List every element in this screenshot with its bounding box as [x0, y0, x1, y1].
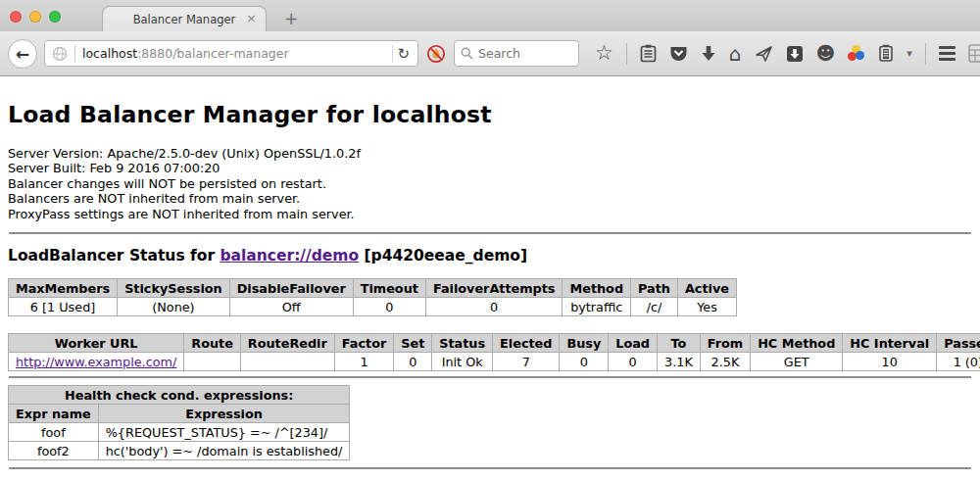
health-table-row: foof2 hc('body') =~ /domain is establish…	[9, 442, 350, 460]
cell-expression: hc('body') =~ /domain is established/	[98, 442, 350, 460]
new-tab-button[interactable]: +	[284, 6, 298, 31]
url-path: :8880/balancer-manager	[137, 46, 288, 61]
home-icon[interactable]: ⌂	[729, 44, 742, 64]
url-domain: localhost	[82, 46, 137, 61]
flash-blocked-icon[interactable]	[425, 43, 447, 65]
cell-active: Yes	[677, 298, 736, 316]
proxypass-notice-line: ProxyPass settings are NOT inherited fro…	[8, 207, 972, 221]
cell-failoverattempts: 0	[425, 298, 563, 316]
section-divider	[9, 376, 971, 378]
video-download-icon[interactable]	[786, 45, 804, 63]
balancer-table-header-row: MaxMembers StickySession DisableFailover…	[9, 279, 737, 298]
menu-icon[interactable]	[939, 44, 956, 63]
cell-expr-name: foof2	[9, 442, 99, 460]
cell-expr-name: foof	[9, 423, 99, 442]
cell-worker-url: http://www.example.com/	[9, 353, 184, 371]
cell-expression: %{REQUEST_STATUS} =~ /^[234]/	[98, 423, 350, 442]
inherit-notice-line: Balancers are NOT inherited from main se…	[8, 191, 972, 206]
downloads-icon[interactable]	[701, 45, 716, 63]
worker-url-link[interactable]: http://www.example.com/	[16, 355, 176, 369]
toolbar-icon-strip: ☆ ⌂ ☻ ▾	[595, 43, 980, 65]
cell-to: 3.1K	[658, 353, 701, 371]
health-table-row: foof %{REQUEST_STATUS} =~ /^[234]/	[9, 423, 350, 442]
col-set: Set	[394, 334, 432, 353]
col-elected: Elected	[493, 334, 560, 353]
search-box[interactable]	[454, 40, 579, 67]
col-disablefailover: DisableFailover	[229, 279, 353, 298]
col-routeredir: RouteRedir	[240, 334, 334, 353]
server-info: Server Version: Apache/2.5.0-dev (Unix) …	[8, 146, 972, 221]
worker-table: Worker URL Route RouteRedir Factor Set S…	[8, 333, 980, 371]
cell-maxmembers: 6 [1 Used]	[9, 298, 118, 316]
section-divider	[9, 467, 971, 469]
cell-passes: 1 (0)	[937, 353, 980, 371]
minimize-window-button[interactable]	[29, 11, 41, 23]
window-titlebar: Balancer Manager × +	[0, 0, 980, 31]
page-content: Load Balancer Manager for localhost Serv…	[0, 101, 980, 469]
reload-icon[interactable]: ↻	[392, 45, 414, 63]
cell-route	[184, 353, 241, 371]
col-worker-url: Worker URL	[9, 334, 184, 353]
cell-busy: 0	[560, 353, 609, 371]
url-bar[interactable]: localhost:8880/balancer-manager ↻	[44, 40, 418, 67]
tab-close-icon[interactable]: ×	[246, 11, 257, 25]
col-route: Route	[184, 334, 241, 353]
server-version-line: Server Version: Apache/2.5.0-dev (Unix) …	[8, 146, 972, 161]
cell-path: /c/	[631, 298, 678, 316]
col-status: Status	[432, 334, 493, 353]
col-busy: Busy	[560, 334, 609, 353]
window-controls	[10, 11, 61, 23]
col-hc-method: HC Method	[751, 334, 843, 353]
tab-title: Balancer Manager	[133, 13, 236, 26]
balancer-status-heading: LoadBalancer Status for balancer://demo …	[8, 247, 972, 265]
col-load: Load	[609, 334, 658, 353]
balancer-table-row: 6 [1 Used] (None) Off 0 0 bytraffic /c/ …	[9, 298, 737, 316]
cell-method: bytraffic	[563, 298, 631, 316]
balloons-icon[interactable]	[848, 45, 865, 63]
cell-elected: 7	[493, 353, 560, 371]
dropdown-caret-icon[interactable]: ▾	[906, 48, 912, 59]
col-timeout: Timeout	[353, 279, 425, 298]
health-table-title-row: Health check cond. expressions:	[9, 386, 350, 405]
cell-factor: 1	[334, 353, 393, 371]
col-path: Path	[631, 279, 678, 298]
col-passes: Passes	[937, 334, 980, 353]
cell-hc-method: GET	[751, 353, 843, 371]
zoom-window-button[interactable]	[49, 11, 61, 23]
balancer-table: MaxMembers StickySession DisableFailover…	[8, 278, 737, 316]
balancer-demo-link[interactable]: balancer://demo	[220, 247, 359, 265]
col-factor: Factor	[334, 334, 393, 353]
server-built-line: Server Built: Feb 9 2016 07:00:20	[8, 161, 972, 175]
extension-icon[interactable]	[878, 44, 894, 63]
clipboard-icon[interactable]	[640, 44, 657, 63]
heading-prefix: LoadBalancer Status for	[8, 247, 220, 265]
cell-hc-interval: 10	[843, 353, 937, 371]
heading-suffix: [p4420eeae_demo]	[359, 247, 527, 265]
search-input[interactable]	[478, 46, 562, 61]
cell-stickysession: (None)	[118, 298, 230, 316]
health-check-table: Health check cond. expressions: Expr nam…	[8, 385, 350, 460]
col-hc-interval: HC Interval	[843, 334, 937, 353]
search-icon	[461, 47, 473, 60]
health-table-title: Health check cond. expressions:	[9, 386, 350, 405]
col-maxmembers: MaxMembers	[9, 279, 118, 298]
health-table-header-row: Expr name Expression	[9, 405, 350, 423]
persist-notice-line: Balancer changes will NOT be persisted o…	[8, 176, 972, 191]
chat-smiley-icon[interactable]: ☻	[816, 44, 836, 63]
cell-from: 2.5K	[700, 353, 750, 371]
close-window-button[interactable]	[10, 11, 22, 23]
col-expression: Expression	[98, 405, 350, 423]
col-expr-name: Expr name	[9, 405, 99, 423]
browser-tab[interactable]: Balancer Manager ×	[102, 6, 267, 31]
pages-grid-icon[interactable]	[968, 44, 980, 63]
bookmark-star-icon[interactable]: ☆	[595, 43, 613, 64]
send-icon[interactable]	[755, 45, 773, 63]
col-method: Method	[563, 279, 631, 298]
toolbar-separator	[626, 43, 627, 65]
worker-table-header-row: Worker URL Route RouteRedir Factor Set S…	[9, 334, 980, 353]
cell-load: 0	[609, 353, 658, 371]
pocket-icon[interactable]	[669, 45, 688, 63]
url-text: localhost:8880/balancer-manager	[82, 46, 392, 61]
navigation-toolbar: ← localhost:8880/balancer-manager ↻ ☆	[0, 31, 980, 76]
back-button[interactable]: ←	[8, 39, 37, 69]
